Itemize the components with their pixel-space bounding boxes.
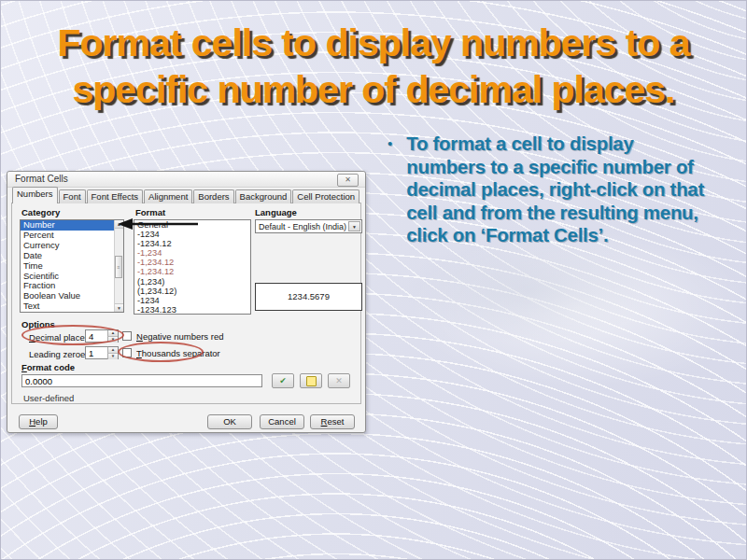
annotation-ellipse-decimal-places <box>21 325 124 345</box>
format-list: General -1234 -1234.12 -1,234 -1,234.12 … <box>134 219 251 315</box>
category-item-text[interactable]: Text <box>21 301 123 312</box>
close-icon[interactable]: ✕ <box>337 174 359 187</box>
negative-numbers-red-label: Negative numbers red <box>136 331 223 342</box>
category-item-date[interactable]: Date <box>21 251 123 261</box>
category-list: Number Percent Currency Date Time Scient… <box>20 219 124 313</box>
annotation-arrow <box>116 216 202 232</box>
preview-box: 1234.5679 <box>255 283 362 311</box>
language-combobox[interactable]: Default - English (India) ▼ <box>255 219 362 233</box>
leading-zeroes-input[interactable] <box>86 347 109 358</box>
language-label: Language <box>255 207 297 217</box>
numbers-tab-panel: Category Format Language Number Percent … <box>11 203 361 404</box>
help-button[interactable]: Help <box>19 414 58 429</box>
tab-numbers[interactable]: Numbers <box>12 187 58 203</box>
leading-zeroes-stepper[interactable]: ▲ ▼ <box>85 346 119 359</box>
format-item[interactable]: -1,234.12 <box>134 267 250 276</box>
tab-cell-protection[interactable]: Cell Protection <box>292 189 359 203</box>
scroll-down-icon[interactable]: ▼ <box>115 303 123 312</box>
tab-strip: Numbers Font Font Effects Alignment Bord… <box>12 188 360 203</box>
scrollbar-thumb[interactable]: ≡ <box>115 256 122 278</box>
format-item[interactable]: -1234.12 <box>134 239 250 248</box>
language-value: Default - English (India) <box>259 222 346 231</box>
checkmark-icon: ✔ <box>279 376 287 385</box>
cancel-button[interactable]: Cancel <box>260 414 304 429</box>
leading-zeroes-label: Leading zeroes: <box>29 349 92 359</box>
dialog-title: Format Cells <box>15 174 68 184</box>
tab-font[interactable]: Font <box>59 189 86 203</box>
edit-comment-button[interactable] <box>300 373 322 388</box>
spin-up-icon[interactable]: ▲ <box>107 347 118 354</box>
slide-title-line1: Format cells to display numbers to a <box>57 21 689 64</box>
format-item[interactable]: -1234.123 <box>134 305 250 315</box>
note-icon <box>306 376 317 386</box>
bullet-text: To format a cell to display numbers to a… <box>406 133 709 247</box>
tab-alignment[interactable]: Alignment <box>144 189 192 203</box>
category-item-time[interactable]: Time <box>21 261 123 272</box>
bullet-list: • To format a cell to display numbers to… <box>388 133 720 247</box>
format-code-label: Format code <box>21 362 75 372</box>
tab-font-effects[interactable]: Font Effects <box>87 189 144 203</box>
format-item[interactable]: -1234 <box>134 296 250 305</box>
format-item[interactable]: -1,234.12 <box>134 258 250 267</box>
spin-down-icon[interactable]: ▼ <box>107 354 118 359</box>
apply-format-button[interactable]: ✔ <box>272 373 294 388</box>
slide-title: Format cells to display numbers to aspec… <box>1 20 746 113</box>
tab-borders[interactable]: Borders <box>193 189 233 203</box>
ok-button[interactable]: OK <box>207 414 252 429</box>
tab-background[interactable]: Background <box>235 189 292 203</box>
slide-title-line2: specific number of decimal places. <box>72 68 674 111</box>
category-label: Category <box>21 207 60 217</box>
delete-format-button[interactable]: ✕ <box>328 373 350 388</box>
format-cells-dialog: Format Cells ✕ Numbers Font Font Effects… <box>7 171 366 433</box>
dialog-titlebar[interactable]: Format Cells ✕ <box>7 172 365 188</box>
presentation-slide: Format cells to display numbers to aspec… <box>0 0 747 560</box>
format-item[interactable]: (1,234) <box>134 277 250 287</box>
chevron-down-icon[interactable]: ▼ <box>348 221 360 231</box>
delete-icon: ✕ <box>335 376 343 385</box>
user-defined-note: User-defined <box>23 393 74 403</box>
bullet-icon: • <box>388 133 392 247</box>
format-code-input[interactable] <box>21 374 262 387</box>
format-item[interactable]: (1,234.12) <box>134 287 250 296</box>
category-scrollbar[interactable]: ▲ ≡ ▼ <box>114 220 123 312</box>
annotation-ellipse-thousands-separator <box>118 342 204 362</box>
reset-button[interactable]: Reset <box>310 414 355 429</box>
format-item[interactable]: -1,234 <box>134 248 250 258</box>
